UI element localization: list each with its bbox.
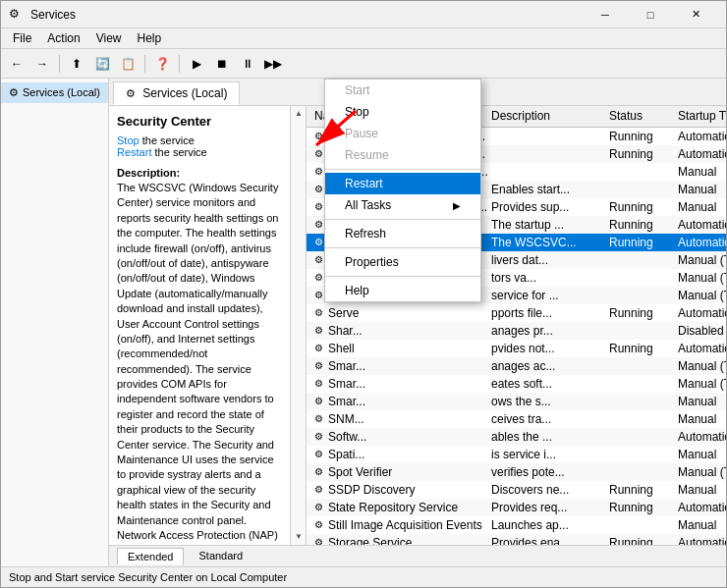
- app-icon: ⚙: [9, 7, 25, 23]
- table-row[interactable]: ⚙Still Image Acquisition EventsLaunches …: [307, 516, 726, 534]
- row-cell-desc: ables the ...: [487, 430, 605, 444]
- ctx-item-help[interactable]: Help: [325, 280, 480, 301]
- stop-link-container: Stop the service: [117, 134, 282, 146]
- table-row[interactable]: ⚙SNM...ceives tra...ManualLoc...: [307, 410, 726, 428]
- table-row[interactable]: ⚙Smar...eates soft...Manual (Trigg...Loc…: [307, 375, 726, 393]
- col-header-status[interactable]: Status: [605, 109, 674, 123]
- row-cell-name: ⚙Storage Service: [310, 535, 487, 545]
- table-row[interactable]: ⚙Shellpvides not...RunningAutomaticLoc..…: [307, 340, 726, 357]
- toolbar-up[interactable]: ⬆: [65, 52, 88, 76]
- menu-action[interactable]: Action: [39, 29, 87, 47]
- toolbar-back[interactable]: ←: [5, 52, 28, 76]
- row-cell-desc: Provides sup...: [487, 200, 605, 214]
- ctx-item-all-tasks[interactable]: All Tasks▶: [325, 194, 480, 216]
- row-cell-startup: Automatic (Tri...: [674, 306, 726, 320]
- table-row[interactable]: ⚙Storage ServiceProvides ena...RunningAu…: [307, 534, 726, 545]
- table-row[interactable]: ⚙Smar...ows the s...ManualLoc...: [307, 393, 726, 410]
- ctx-item-properties[interactable]: Properties: [325, 251, 480, 273]
- minimize-button[interactable]: ─: [583, 1, 628, 28]
- row-cell-name: ⚙State Repository Service: [310, 500, 487, 515]
- table-row[interactable]: ⚙Shar...anages pr...DisabledLoc...: [307, 322, 726, 340]
- row-cell-startup: Automatic (De...: [674, 536, 726, 545]
- row-cell-startup: Manual: [674, 518, 726, 532]
- row-cell-startup: Manual: [674, 395, 726, 408]
- table-row[interactable]: ⚙Spot Verifierverifies pote...Manual (Tr…: [307, 463, 726, 481]
- row-cell-desc: anages pr...: [487, 324, 605, 338]
- service-row-icon: ⚙: [310, 500, 326, 515]
- ctx-item-refresh[interactable]: Refresh: [325, 223, 480, 244]
- row-cell-name: ⚙Shar...: [310, 323, 487, 339]
- row-cell-status: Running: [605, 236, 674, 249]
- row-cell-startup: Automatic: [674, 218, 726, 232]
- row-cell-startup: Disabled: [674, 324, 726, 338]
- row-cell-name: ⚙Softw...: [310, 429, 487, 445]
- table-row[interactable]: ⚙Spati...is service i...ManualLoc...: [307, 446, 726, 463]
- service-row-icon: ⚙: [310, 358, 326, 374]
- row-cell-startup: Manual: [674, 483, 726, 497]
- row-cell-name: ⚙Smar...: [310, 358, 487, 374]
- row-cell-name: ⚙SSDP Discovery: [310, 482, 487, 498]
- row-cell-desc: tors va...: [487, 271, 605, 285]
- close-button[interactable]: ✕: [673, 1, 718, 28]
- toolbar-pause[interactable]: ⏸: [236, 52, 259, 76]
- table-row[interactable]: ⚙SSDP DiscoveryDiscovers ne...RunningMan…: [307, 481, 726, 499]
- toolbar-refresh[interactable]: 🔄: [90, 52, 114, 76]
- ctx-item-label: All Tasks: [345, 198, 391, 212]
- sidebar-item-services-local[interactable]: ⚙ Services (Local): [1, 82, 108, 103]
- toolbar-restart[interactable]: ▶▶: [261, 52, 285, 76]
- sidebar: ⚙ Services (Local): [1, 79, 109, 566]
- ctx-item-restart[interactable]: Restart: [325, 173, 480, 194]
- table-row[interactable]: ⚙Softw...ables the ...Automatic (De...Ne…: [307, 428, 726, 446]
- service-row-icon: ⚙: [310, 535, 326, 545]
- bottom-tab-bar: Extended Standard: [109, 545, 726, 566]
- row-cell-desc: service for ...: [487, 289, 605, 302]
- row-cell-status: Running: [605, 130, 674, 143]
- ctx-item-stop[interactable]: Stop: [325, 101, 480, 123]
- col-header-description[interactable]: Description: [487, 109, 605, 123]
- tab-extended[interactable]: Extended: [117, 548, 184, 564]
- row-cell-desc: ows the s...: [487, 395, 605, 408]
- row-cell-startup: Manual (Trigg...: [674, 377, 726, 391]
- row-cell-status: Running: [605, 306, 674, 320]
- row-cell-status: Running: [605, 147, 674, 161]
- service-row-icon: ⚙: [310, 394, 326, 409]
- window-controls: ─ □ ✕: [583, 1, 718, 28]
- scroll-arrows: ▲ ▼: [291, 106, 307, 545]
- sidebar-item-label: Services (Local): [23, 86, 100, 98]
- ctx-item-label: Help: [345, 284, 369, 297]
- col-header-startup[interactable]: Startup Type: [674, 109, 726, 123]
- table-row[interactable]: ⚙Servepports file...RunningAutomatic (Tr…: [307, 304, 726, 322]
- row-cell-desc: livers dat...: [487, 253, 605, 267]
- maximize-button[interactable]: □: [628, 1, 673, 28]
- toolbar-export[interactable]: 📋: [116, 52, 140, 76]
- service-row-icon: ⚙: [310, 376, 326, 392]
- scroll-down-btn[interactable]: ▼: [291, 529, 307, 545]
- toolbar-play[interactable]: ▶: [185, 52, 208, 76]
- menu-file[interactable]: File: [5, 29, 39, 47]
- restart-link[interactable]: Restart: [117, 146, 151, 158]
- row-cell-desc: is service i...: [487, 448, 605, 461]
- context-menu: StartStopPauseResumeRestartAll Tasks▶Ref…: [324, 79, 481, 302]
- row-cell-startup: Automatic: [674, 147, 726, 161]
- ctx-separator: [325, 276, 480, 277]
- toolbar-forward[interactable]: →: [30, 52, 54, 76]
- menu-help[interactable]: Help: [130, 29, 170, 47]
- service-row-icon: ⚙: [310, 429, 326, 445]
- scroll-up-btn[interactable]: ▲: [291, 106, 307, 122]
- row-cell-startup: Manual: [674, 183, 726, 196]
- ctx-item-label: Properties: [345, 255, 399, 269]
- toolbar-stop[interactable]: ⏹: [210, 52, 234, 76]
- row-cell-startup: Automatic: [674, 342, 726, 355]
- services-icon: ⚙: [9, 86, 19, 99]
- toolbar-question[interactable]: ❓: [150, 52, 174, 76]
- tab-standard[interactable]: Standard: [188, 547, 253, 564]
- menu-view[interactable]: View: [88, 29, 130, 47]
- table-row[interactable]: ⚙Smar...anages ac...Manual (Trigg...Loc.…: [307, 357, 726, 375]
- row-cell-name: ⚙SNM...: [310, 411, 487, 427]
- row-cell-desc: anages ac...: [487, 359, 605, 373]
- table-row[interactable]: ⚙State Repository ServiceProvides req...…: [307, 499, 726, 516]
- row-cell-desc: Provides ena...: [487, 536, 605, 545]
- stop-link[interactable]: Stop: [117, 134, 140, 146]
- tab-services-local[interactable]: ⚙ Services (Local): [113, 81, 240, 105]
- toolbar: ← → ⬆ 🔄 📋 ❓ ▶ ⏹ ⏸ ▶▶: [1, 49, 726, 78]
